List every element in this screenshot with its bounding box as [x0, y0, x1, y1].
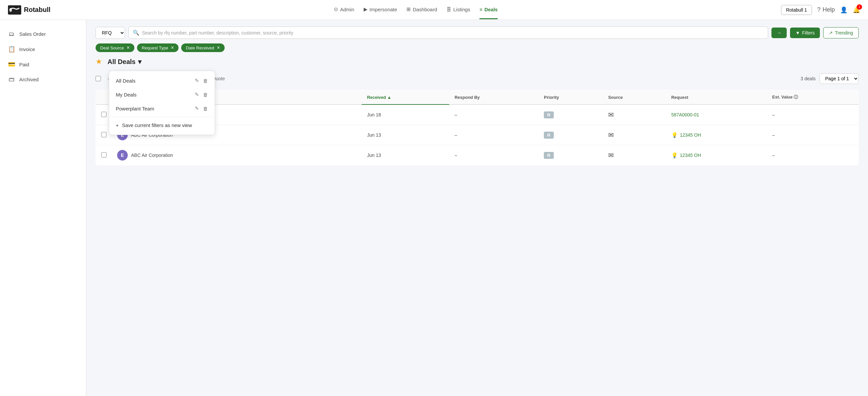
nav-admin[interactable]: ⊙ Admin	[334, 0, 354, 19]
filter-chips: Deal Source × Request Type × Date Receiv…	[96, 43, 859, 52]
chip-request-type-remove[interactable]: ×	[171, 45, 174, 51]
sidebar-item-paid[interactable]: 💳 Paid	[0, 57, 86, 72]
add-view-button[interactable]: + Save current filters as new view	[109, 119, 215, 132]
request-number[interactable]: 12345 OH	[680, 132, 701, 138]
chip-date-received: Date Received ×	[181, 43, 225, 52]
all-deals-dropdown-button[interactable]: All Deals ▾	[107, 58, 141, 66]
row-checkbox[interactable]	[101, 152, 106, 158]
sidebar-item-sales-order[interactable]: 🗂 Sales Order	[0, 27, 86, 41]
archived-icon: 🗃	[8, 76, 15, 83]
source-icon: ✉	[608, 152, 614, 159]
received-cell: Jun 13	[362, 125, 449, 145]
request-cell: 💡 12345 OH	[666, 125, 767, 145]
deals-count: 3 deals	[801, 76, 815, 81]
notification-button[interactable]: 🔔 1	[853, 6, 860, 13]
priority-badge: R	[544, 132, 553, 139]
help-icon: ?	[817, 6, 820, 13]
respond-by-cell: –	[449, 104, 538, 125]
received-cell: Jun 18	[362, 104, 449, 125]
impersonate-icon: ▶	[364, 6, 368, 12]
search-box: 🔍	[128, 27, 768, 39]
sidebar-item-archived[interactable]: 🗃 Archived	[0, 72, 86, 87]
edit-powerplant-button[interactable]: ✎	[195, 105, 199, 111]
respond-by-cell: –	[449, 125, 538, 145]
nav-listings[interactable]: 🗄 Listings	[446, 1, 470, 19]
edit-my-deals-button[interactable]: ✎	[195, 92, 199, 98]
invoice-icon: 📋	[8, 45, 15, 53]
source-icon: ✉	[608, 111, 614, 119]
request-type-icon: 💡	[671, 152, 678, 159]
dropdown-item-powerplant-team[interactable]: Powerplant Team ✎ 🗑	[109, 101, 215, 116]
priority-cell: R	[538, 125, 603, 145]
filters-button[interactable]: ▼ Filters	[790, 28, 820, 38]
priority-badge: R	[544, 111, 553, 119]
edit-all-deals-button[interactable]: ✎	[195, 77, 199, 84]
col-source: Source	[603, 90, 666, 105]
chip-deal-source-remove[interactable]: ×	[127, 45, 130, 51]
app-layout: 🗂 Sales Order 📋 Invoice 💳 Paid 🗃 Archive…	[0, 20, 868, 396]
help-button[interactable]: ? Help	[817, 6, 835, 13]
top-nav: Rotabull ⊙ Admin ▶ Impersonate ⊞ Dashboa…	[0, 0, 868, 20]
page-select[interactable]: Page 1 of 1	[819, 73, 859, 84]
plus-icon: +	[116, 122, 119, 128]
est-value-cell: –	[767, 125, 858, 145]
account-button[interactable]: Rotabull 1	[781, 5, 812, 15]
row-checkbox[interactable]	[101, 112, 106, 117]
filter-icon: ▼	[795, 30, 800, 35]
est-value-cell: –	[767, 104, 858, 125]
search-area: RFQ Quote Order 🔍 → ▼ Filters ↗ Trending	[96, 27, 859, 39]
main-content: RFQ Quote Order 🔍 → ▼ Filters ↗ Trending	[86, 20, 868, 396]
logo-icon	[8, 5, 21, 14]
nav-dashboard[interactable]: ⊞ Dashboard	[406, 0, 437, 19]
dashboard-icon: ⊞	[406, 6, 411, 12]
col-received[interactable]: Received ▲	[362, 90, 449, 105]
row-checkbox[interactable]	[101, 132, 106, 137]
source-cell: ✉	[603, 104, 666, 125]
nav-links: ⊙ Admin ▶ Impersonate ⊞ Dashboard 🗄 List…	[61, 0, 770, 19]
request-number[interactable]: 587A0000-01	[671, 112, 699, 118]
request-type-icon: 💡	[671, 132, 678, 138]
col-est-value: Est. Value ⓘ	[767, 90, 858, 105]
user-icon: 👤	[840, 6, 847, 13]
svg-point-0	[9, 8, 12, 12]
chip-deal-source: Deal Source ×	[96, 43, 134, 52]
views-dropdown: All Deals ✎ 🗑 My Deals ✎ 🗑 Powerplant Te…	[109, 71, 215, 135]
sidebar-item-invoice[interactable]: 📋 Invoice	[0, 41, 86, 57]
delete-all-deals-button[interactable]: 🗑	[203, 77, 208, 84]
chevron-down-icon: ▾	[138, 58, 141, 66]
col-request: Request	[666, 90, 767, 105]
request-cell: 587A0000-01	[666, 104, 767, 125]
user-button[interactable]: 👤	[840, 6, 847, 13]
type-select[interactable]: RFQ Quote Order	[96, 27, 125, 39]
logo-text: Rotabull	[24, 6, 51, 13]
nav-impersonate[interactable]: ▶ Impersonate	[364, 0, 397, 19]
chip-request-type: Request Type ×	[137, 43, 179, 52]
listings-icon: 🗄	[446, 7, 451, 12]
search-submit-button[interactable]: →	[771, 28, 787, 38]
arrow-right-icon: →	[777, 30, 781, 35]
trending-icon: ↗	[829, 30, 833, 35]
source-cell: ✉	[603, 145, 666, 165]
search-icon: 🔍	[133, 30, 140, 36]
delete-my-deals-button[interactable]: 🗑	[203, 92, 208, 98]
delete-powerplant-button[interactable]: 🗑	[203, 105, 208, 111]
chip-date-received-remove[interactable]: ×	[217, 45, 220, 51]
nav-deals[interactable]: ≡ Deals	[479, 1, 498, 19]
row-checkbox-cell	[96, 145, 112, 165]
received-cell: Jun 13	[362, 145, 449, 165]
request-number[interactable]: 12345 OH	[680, 153, 701, 158]
logo[interactable]: Rotabull	[8, 5, 51, 14]
select-all-checkbox[interactable]	[96, 76, 101, 81]
est-value-cell: –	[767, 145, 858, 165]
deals-header: ★ All Deals ▾ All Deals ✎ 🗑 My Deals ✎	[96, 57, 859, 66]
trending-button[interactable]: ↗ Trending	[823, 27, 859, 38]
star-icon: ★	[96, 57, 102, 66]
dropdown-item-all-deals[interactable]: All Deals ✎ 🗑	[109, 74, 215, 88]
table-row: E ABC Air Corporation Jun 13 – R ✉ 💡 123…	[96, 145, 859, 165]
search-input[interactable]	[142, 30, 764, 35]
respond-by-cell: –	[449, 145, 538, 165]
col-respond-by: Respond By	[449, 90, 538, 105]
nav-right: Rotabull 1 ? Help 👤 🔔 1	[781, 5, 860, 15]
dropdown-item-my-deals[interactable]: My Deals ✎ 🗑	[109, 88, 215, 101]
customer-avatar: E	[117, 150, 128, 161]
